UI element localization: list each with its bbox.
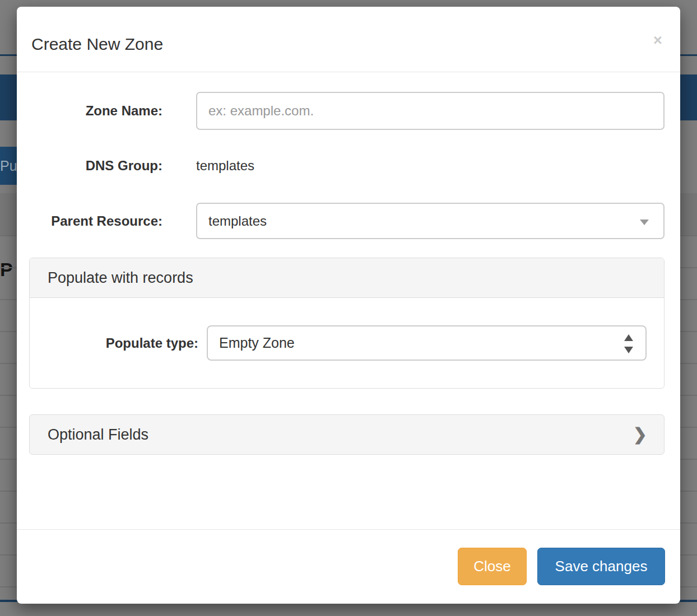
dns-group-label: DNS Group: [31,148,162,184]
caret-down-icon [640,220,649,225]
modal-title: Create New Zone [31,35,163,54]
close-button[interactable]: Close [458,548,527,585]
optional-fields-header[interactable]: Optional Fields ❯ [29,414,665,455]
select-spinner-icon [624,334,633,353]
dns-group-value: templates [196,148,254,184]
chevron-right-icon: ❯ [633,415,647,454]
background-heading-fragment-letter: P [0,259,13,281]
populate-type-select[interactable]: Empty Zone [207,325,647,361]
background-heading-fragment: P [0,255,17,283]
create-new-zone-modal: Create New Zone × Zone Name: DNS Group: … [17,7,680,604]
populate-panel-header: Populate with records [30,258,664,298]
parent-resource-label: Parent Resource: [31,203,162,239]
parent-resource-select[interactable]: templates [196,203,665,239]
populate-panel: Populate with records Populate type: Emp… [29,258,665,389]
populate-type-label: Populate type: [41,325,198,361]
populate-type-selected-value: Empty Zone [219,335,295,351]
footer-divider [17,529,680,530]
save-changes-button[interactable]: Save changes [537,548,665,585]
spinner-down-arrow-icon [624,347,633,353]
background-button-fragment-label: Pu [0,158,17,174]
spinner-up-arrow-icon [624,334,633,341]
close-icon[interactable]: × [650,31,666,49]
zone-name-input[interactable] [196,92,665,130]
parent-resource-selected-value: templates [208,213,267,228]
optional-fields-title: Optional Fields [48,426,148,443]
background-button-fragment: Pu [0,147,17,185]
zone-name-label: Zone Name: [31,92,162,130]
header-divider [17,72,680,72]
